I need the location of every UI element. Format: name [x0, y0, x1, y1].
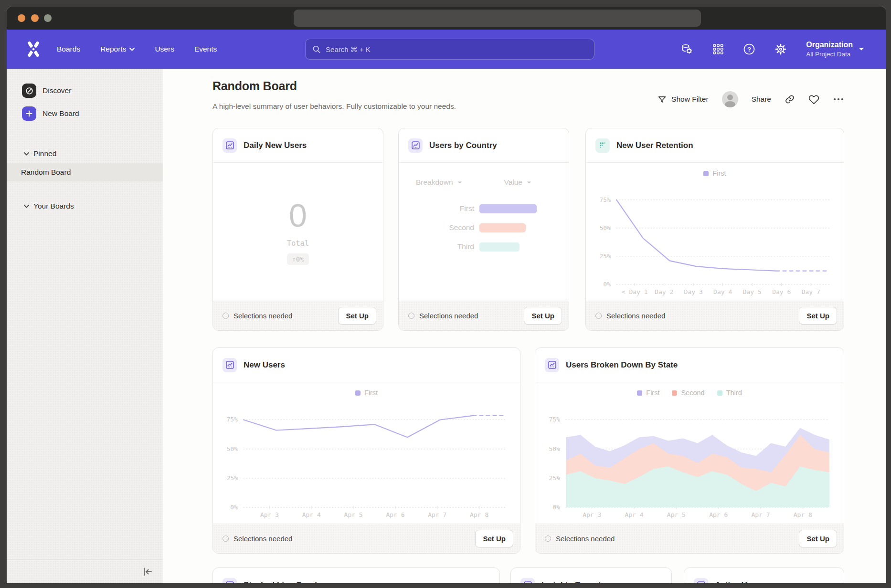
nav-item-reports[interactable]: Reports	[100, 45, 135, 53]
status-circle-icon	[545, 536, 551, 542]
set-up-button[interactable]: Set Up	[475, 530, 513, 547]
svg-text:50%: 50%	[549, 445, 561, 452]
browser-address-bar[interactable]	[294, 10, 701, 27]
line-chart-icon	[520, 578, 535, 583]
show-filter-button[interactable]: Show Filter	[658, 95, 709, 104]
set-up-button[interactable]: Set Up	[799, 530, 837, 547]
status-circle-icon	[223, 536, 229, 542]
svg-text:?: ?	[747, 46, 751, 53]
new-users-line-chart: 75%50%25%0%Apr 3Apr 4Apr 5Apr 6Apr 7Apr …	[217, 404, 513, 520]
traffic-light-zoom[interactable]	[44, 14, 52, 22]
more-options-icon[interactable]	[833, 97, 844, 101]
card-daily-new-users: Daily New Users 0 Total ↑0% Selections n…	[212, 128, 383, 331]
caret-down-icon	[859, 47, 864, 51]
breakdown-dropdown[interactable]: Breakdown	[416, 178, 462, 187]
svg-text:Day 7: Day 7	[802, 288, 820, 295]
traffic-light-minimize[interactable]	[31, 14, 39, 22]
card-active-users: Active Users	[684, 567, 844, 583]
legend-swatch	[637, 390, 642, 396]
value-dropdown[interactable]: Value	[504, 178, 532, 187]
line-chart-icon	[223, 578, 237, 583]
set-up-button[interactable]: Set Up	[799, 307, 837, 325]
traffic-light-close[interactable]	[18, 14, 25, 22]
svg-text:Apr 4: Apr 4	[302, 511, 321, 518]
board-item-label: Random Board	[21, 168, 71, 177]
sidebar-item-new-board[interactable]: New Board	[22, 102, 163, 125]
sidebar-item-label: Discover	[42, 86, 71, 95]
status-circle-icon	[408, 313, 414, 319]
compass-icon	[22, 84, 36, 98]
help-icon[interactable]: ?	[743, 43, 755, 55]
share-button[interactable]: Share	[752, 95, 771, 104]
line-chart-icon	[545, 358, 559, 372]
line-chart-icon	[408, 138, 423, 153]
set-up-button[interactable]: Set Up	[524, 307, 562, 325]
nav-item-users[interactable]: Users	[155, 45, 174, 53]
card-title: New User Retention	[616, 141, 693, 150]
browser-window: Boards Reports Users Events ?	[7, 7, 886, 583]
dropdown-label: Value	[504, 178, 523, 187]
svg-text:75%: 75%	[227, 416, 238, 423]
card-users-by-country: Users by Country Breakdown Value First	[398, 128, 569, 331]
svg-text:Day 5: Day 5	[743, 288, 762, 295]
page-title: Random Board	[212, 79, 297, 93]
nav-item-boards[interactable]: Boards	[57, 45, 80, 53]
apps-grid-icon[interactable]	[712, 43, 724, 55]
sidebar-section-your-boards[interactable]: Your Boards	[24, 197, 163, 216]
svg-text:0%: 0%	[603, 281, 611, 288]
board-main: Random Board A high-level summary of use…	[163, 69, 886, 583]
status-text: Selections needed	[233, 312, 292, 320]
global-search[interactable]	[305, 39, 594, 60]
favorite-heart-icon[interactable]	[808, 94, 819, 105]
sidebar: Discover New Board Pinned Random Board Y…	[7, 69, 163, 583]
sidebar-section-pinned[interactable]: Pinned	[24, 144, 163, 163]
svg-text:Apr 6: Apr 6	[709, 511, 728, 518]
legend-label: First	[712, 169, 726, 177]
svg-text:< Day 1: < Day 1	[622, 288, 648, 295]
line-chart-icon	[694, 578, 708, 583]
kpi-label: Total	[287, 239, 309, 248]
window-titlebar	[7, 7, 886, 30]
card-title: New Users	[244, 360, 285, 370]
svg-text:Day 2: Day 2	[655, 288, 673, 295]
sidebar-item-random-board[interactable]: Random Board	[7, 163, 163, 181]
line-chart-icon	[223, 138, 237, 153]
caret-down-icon	[457, 181, 462, 184]
svg-text:25%: 25%	[549, 474, 561, 482]
avatar[interactable]	[722, 91, 738, 107]
svg-text:Apr 4: Apr 4	[625, 511, 644, 518]
org-switcher[interactable]: Organization All Project Data	[806, 41, 864, 58]
show-filter-label: Show Filter	[671, 95, 709, 104]
card-footer: Selections needed Set Up	[213, 301, 383, 330]
sidebar-collapse-button[interactable]	[7, 559, 163, 583]
search-input[interactable]	[326, 45, 587, 53]
section-label: Pinned	[33, 149, 56, 158]
data-management-icon[interactable]	[681, 43, 693, 55]
share-label: Share	[752, 95, 771, 104]
status-circle-icon	[223, 313, 229, 319]
dropdown-label: Breakdown	[416, 178, 453, 187]
page-subtitle: A high-level summary of user behaviors. …	[212, 102, 456, 111]
nav-item-label: Users	[155, 45, 174, 53]
sidebar-item-discover[interactable]: Discover	[22, 79, 163, 102]
chevron-down-icon	[24, 152, 29, 156]
svg-text:Apr 7: Apr 7	[751, 511, 770, 518]
row-label: Second	[399, 223, 474, 232]
retention-grid-icon	[595, 138, 610, 153]
status-text: Selections needed	[233, 535, 292, 543]
svg-text:Apr 8: Apr 8	[794, 511, 812, 518]
legend-swatch	[355, 390, 361, 396]
settings-gear-icon[interactable]	[774, 43, 787, 55]
set-up-button[interactable]: Set Up	[338, 307, 376, 325]
svg-text:25%: 25%	[600, 252, 611, 260]
status-circle-icon	[595, 313, 602, 319]
row-label: Third	[399, 242, 474, 251]
card-insights-report: Insights Report	[510, 567, 672, 583]
nav-item-events[interactable]: Events	[194, 45, 217, 53]
card-users-by-state: Users Broken Down By State First Second …	[535, 347, 844, 554]
svg-text:Day 3: Day 3	[684, 288, 703, 295]
mixpanel-logo-icon[interactable]	[25, 41, 42, 57]
copy-link-icon[interactable]	[785, 94, 795, 105]
card-title: Insights Report	[541, 580, 601, 583]
legend-swatch	[703, 171, 709, 176]
